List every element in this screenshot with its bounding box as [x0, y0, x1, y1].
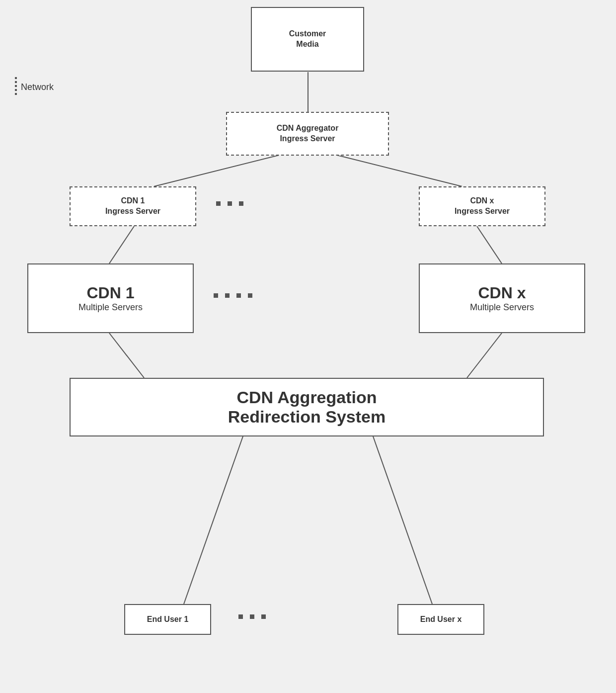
svg-line-4 — [477, 226, 502, 263]
dot — [250, 614, 254, 619]
legend: Network — [15, 77, 54, 97]
end-user-1-box: End User 1 — [124, 604, 211, 635]
cdnx-ingress-box: CDN x Ingress Server — [419, 186, 545, 226]
svg-line-6 — [467, 333, 502, 378]
cdn1-ingress-box: CDN 1 Ingress Server — [70, 186, 196, 226]
diagram-container: Network Customer Media CDN Aggregator In… — [0, 0, 616, 693]
svg-line-8 — [373, 435, 432, 604]
cdn1-ingress-label: CDN 1 Ingress Server — [105, 196, 160, 217]
dot — [216, 201, 221, 206]
end-user-x-box: End User x — [397, 604, 484, 635]
dot — [228, 201, 232, 206]
dot — [239, 201, 243, 206]
cdn-aggregator-ingress-label: CDN Aggregator Ingress Server — [277, 123, 339, 144]
svg-line-7 — [184, 435, 243, 604]
legend-label: Network — [21, 82, 54, 92]
connector-lines — [0, 0, 616, 693]
svg-line-1 — [154, 154, 283, 186]
dot — [236, 293, 241, 298]
cdnx-multiple-box: CDN x Multiple Servers — [419, 263, 585, 333]
end-user-1-label: End User 1 — [147, 614, 189, 625]
dot — [261, 614, 266, 619]
cdn1-multiple-box: CDN 1 Multiple Servers — [27, 263, 194, 333]
cdn-aggregation-redirect-label: CDN Aggregation Redirection System — [228, 388, 385, 427]
svg-line-2 — [333, 154, 462, 186]
cdnx-ingress-label: CDN x Ingress Server — [455, 196, 510, 217]
dot — [248, 293, 252, 298]
dots-row-multiple — [214, 293, 252, 298]
svg-line-3 — [109, 226, 134, 263]
customer-media-box: Customer Media — [251, 7, 364, 72]
cdn-aggregator-ingress-box: CDN Aggregator Ingress Server — [226, 112, 389, 156]
dot — [225, 293, 230, 298]
cdn-aggregation-redirect-box: CDN Aggregation Redirection System — [70, 378, 544, 436]
dot — [214, 293, 218, 298]
dots-row-ingress — [216, 201, 243, 206]
customer-media-label: Customer Media — [289, 29, 326, 50]
dots-row-endusers — [238, 614, 266, 619]
svg-line-5 — [109, 333, 144, 378]
dot — [238, 614, 243, 619]
legend-line-icon — [15, 77, 17, 97]
cdn1-multiple-label: CDN 1 Multiple Servers — [78, 284, 143, 313]
end-user-x-label: End User x — [420, 614, 462, 625]
cdnx-multiple-label: CDN x Multiple Servers — [470, 284, 534, 313]
